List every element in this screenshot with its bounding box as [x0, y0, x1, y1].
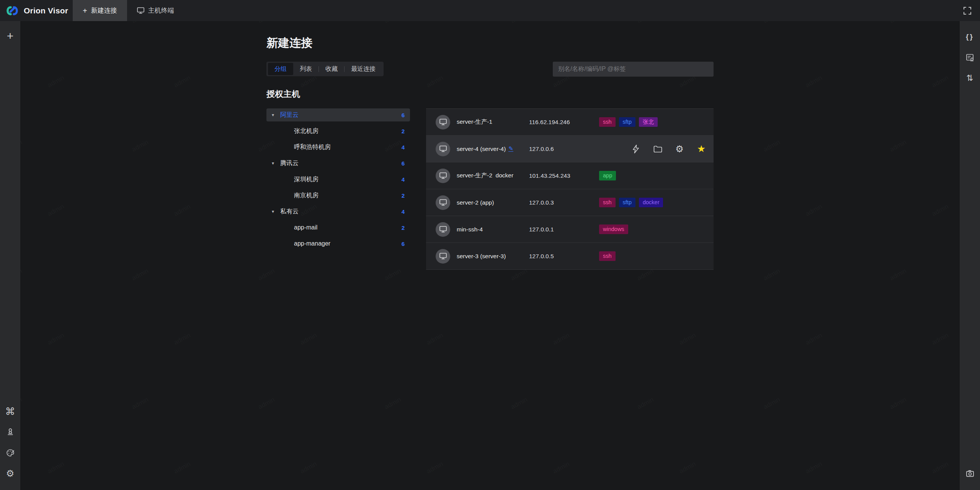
host-tags: sshsftp张北	[599, 117, 658, 127]
tree-item-label: 阿里云	[280, 111, 402, 119]
host-ip: 127.0.0.6	[529, 146, 599, 152]
tree-item-count: 6	[402, 241, 405, 247]
sftp-folder-icon[interactable]	[653, 144, 662, 154]
tree-item-count: 2	[402, 192, 405, 199]
tree-item-count: 4	[402, 144, 405, 151]
host-monitor-icon	[436, 142, 450, 156]
host-search-input[interactable]	[553, 62, 714, 77]
host-tags: app	[599, 171, 616, 180]
stamp-icon[interactable]	[4, 426, 17, 439]
host-ip: 116.62.194.246	[529, 119, 599, 126]
json-braces-icon[interactable]: {}	[964, 30, 977, 43]
host-row[interactable]: min-ssh-4 127.0.0.1 windows	[426, 216, 714, 243]
tree-group-item[interactable]: ▾ 腾讯云 6	[266, 157, 410, 170]
tree-group-item[interactable]: ▾ 阿里云 6	[266, 108, 410, 121]
orion-logo-icon	[5, 4, 19, 18]
header-tab-new-connection[interactable]: + 新建连接	[73, 0, 127, 21]
host-tag: docker	[639, 198, 663, 207]
tree-group-item[interactable]: 张北机房 2	[266, 125, 410, 138]
host-name: server-生产-2 docker	[457, 172, 513, 180]
host-row[interactable]: server-生产-1 116.62.194.246 sshsftp张北	[426, 109, 714, 136]
app-brand: Orion Visor	[0, 0, 73, 21]
host-row[interactable]: server-4 (server-4) ✎ 127.0.0.6 ⚙ ★	[426, 136, 714, 162]
tree-item-label: 南京机房	[294, 192, 402, 200]
header-tab-host-terminal[interactable]: 主机终端	[127, 0, 184, 21]
view-tab-group[interactable]: 分组	[268, 63, 293, 75]
host-tag: sftp	[619, 198, 635, 207]
host-tag: sftp	[619, 117, 635, 127]
host-monitor-icon	[436, 195, 450, 210]
plus-icon: +	[83, 7, 87, 15]
tree-item-count: 4	[402, 208, 405, 215]
tree-group-item[interactable]: app-mail 2	[266, 221, 410, 234]
sort-arrows-icon[interactable]: ⇅	[964, 72, 977, 85]
monitor-icon	[137, 7, 144, 14]
host-settings-gear-icon[interactable]: ⚙	[675, 144, 684, 154]
tree-group-item[interactable]: ▾ 私有云 4	[266, 205, 410, 218]
host-row[interactable]: server-2 (app) 127.0.0.3 sshsftpdocker	[426, 189, 714, 216]
host-name: min-ssh-4	[457, 226, 483, 233]
main-area: adminadminadminadminadminadminadminadmin…	[20, 21, 960, 490]
host-monitor-icon	[436, 169, 450, 183]
host-group-tree: ▾ 阿里云 6 张北机房 2 呼和浩特机房 4 ▾ 腾讯云 6 深圳机房 4 南…	[266, 108, 410, 253]
host-row[interactable]: server-生产-2 docker 101.43.254.243 app	[426, 162, 714, 189]
host-ip: 127.0.0.5	[529, 253, 599, 260]
host-actions: ⚙ ★	[631, 136, 706, 162]
tree-group-item[interactable]: 呼和浩特机房 4	[266, 141, 410, 154]
host-monitor-icon	[436, 222, 450, 237]
view-switcher: 分组 列表 收藏 最近连接	[266, 62, 384, 76]
page-title: 新建连接	[266, 35, 714, 51]
host-tag: ssh	[599, 198, 616, 207]
view-tab-favorite[interactable]: 收藏	[319, 63, 344, 75]
top-bar: Orion Visor + 新建连接 主机终端	[0, 0, 980, 21]
favorite-star-icon[interactable]: ★	[697, 144, 706, 154]
caret-down-icon[interactable]: ▾	[272, 112, 280, 118]
fullscreen-icon[interactable]	[961, 4, 974, 17]
palette-icon[interactable]	[4, 446, 17, 459]
tree-item-label: 张北机房	[294, 127, 402, 135]
document-bookmark-icon[interactable]	[964, 51, 977, 64]
tree-item-count: 2	[402, 225, 405, 231]
tree-item-label: app-mail	[294, 224, 402, 231]
app-title: Orion Visor	[24, 6, 68, 15]
host-row[interactable]: server-3 (server-3) 127.0.0.5 ssh	[426, 243, 714, 270]
view-tab-recent[interactable]: 最近连接	[345, 63, 382, 75]
tree-item-label: 深圳机房	[294, 175, 402, 184]
host-list: server-生产-1 116.62.194.246 sshsftp张北 ser…	[426, 108, 714, 270]
host-tag: app	[599, 171, 616, 180]
host-name: server-2 (app)	[457, 199, 494, 206]
host-monitor-icon	[436, 249, 450, 264]
host-tag: windows	[599, 225, 628, 234]
left-sidebar: + ⌘ ⚙	[0, 21, 20, 490]
screenshot-camera-icon[interactable]	[964, 467, 977, 480]
header-tab-label: 新建连接	[91, 6, 117, 15]
host-tags: ssh	[599, 251, 616, 261]
command-snippet-icon[interactable]: ⌘	[4, 405, 17, 418]
section-heading-authorized-hosts: 授权主机	[266, 88, 714, 100]
caret-down-icon[interactable]: ▾	[272, 209, 280, 214]
caret-down-icon[interactable]: ▾	[272, 161, 280, 166]
right-sidebar: {} ⇅	[960, 21, 980, 490]
tree-group-item[interactable]: app-manager 6	[266, 237, 410, 250]
edit-pencil-icon[interactable]: ✎	[508, 146, 513, 152]
host-ip: 127.0.0.1	[529, 226, 599, 233]
host-tag: ssh	[599, 117, 616, 127]
tree-item-count: 6	[402, 160, 405, 167]
tree-item-count: 6	[402, 112, 405, 118]
host-tag: ssh	[599, 251, 616, 261]
terminal-connect-icon[interactable]	[631, 144, 640, 154]
tree-group-item[interactable]: 南京机房 2	[266, 189, 410, 202]
tree-item-label: 私有云	[280, 208, 402, 216]
host-tags: sshsftpdocker	[599, 198, 663, 207]
host-name: server-生产-1	[457, 118, 492, 126]
host-name: server-3 (server-3)	[457, 253, 506, 260]
host-tags: windows	[599, 225, 628, 234]
settings-gear-icon[interactable]: ⚙	[4, 467, 17, 480]
tree-item-label: app-manager	[294, 240, 402, 247]
tree-item-label: 腾讯云	[280, 159, 402, 167]
view-tab-list[interactable]: 列表	[293, 63, 318, 75]
add-icon[interactable]: +	[4, 29, 17, 43]
tree-group-item[interactable]: 深圳机房 4	[266, 173, 410, 186]
host-name: server-4 (server-4)	[457, 146, 506, 152]
tree-item-label: 呼和浩特机房	[294, 143, 402, 151]
